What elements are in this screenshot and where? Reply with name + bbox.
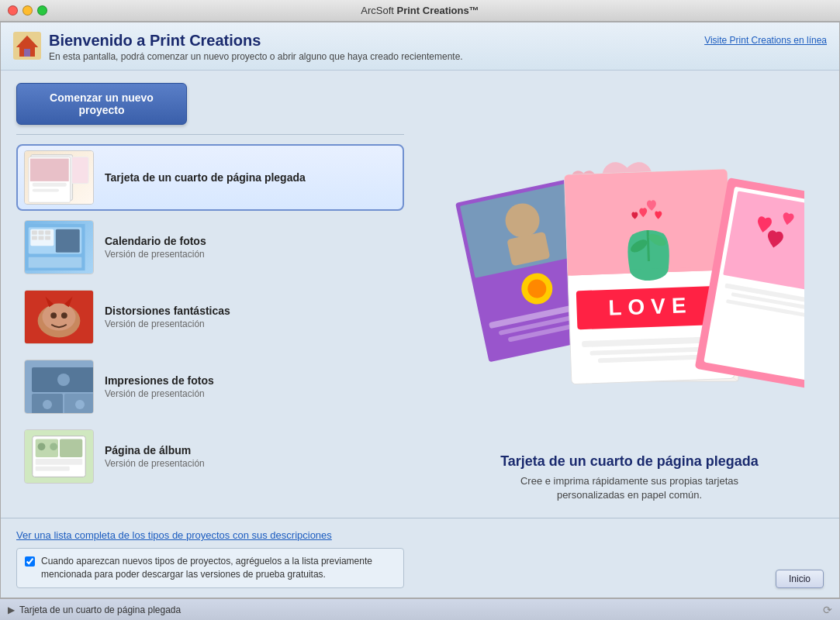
thumb-card-visual [25,151,93,204]
svg-point-24 [50,312,57,319]
svg-point-33 [43,400,52,409]
preview-illustration: LOVE [455,141,804,389]
svg-rect-8 [33,189,59,192]
header: Bienvenido a Print Creations En esta pan… [1,22,839,71]
project-version-calendar: Versión de presentación [105,249,206,260]
statusbar-indicator: ⟳ [823,604,832,616]
project-name-photos: Impresiones de fotos [105,374,214,387]
inicio-button[interactable]: Inicio [776,570,824,588]
thumb-photos-visual [25,360,93,413]
project-version-photos: Versión de presentación [105,388,214,399]
project-name-distort: Distorsiones fantásticas [105,305,230,317]
right-panel: LOVE [420,71,839,518]
svg-rect-9 [72,157,89,184]
svg-rect-6 [30,159,69,181]
project-item-card[interactable]: Tarjeta de un cuarto de página plegada [16,144,404,211]
svg-rect-13 [32,231,37,235]
project-item-photos[interactable]: Impresiones de fotos Versión de presenta… [16,353,404,420]
new-project-button[interactable]: Comenzar un nuevo proyecto [16,83,187,125]
project-thumb-album [24,429,94,484]
svg-rect-39 [36,459,83,465]
minimize-button[interactable] [22,5,33,16]
svg-point-25 [61,312,67,319]
statusbar-label: Tarjeta de un cuarto de página plegada [19,604,181,615]
svg-rect-18 [45,236,50,239]
svg-rect-14 [39,231,44,235]
maximize-button[interactable] [37,5,47,16]
project-name-album: Página de álbum [105,444,205,456]
svg-point-42 [50,443,57,450]
svg-point-34 [75,400,85,409]
preview-title: Tarjeta de un cuarto de página plegada [500,453,759,470]
project-version-album: Versión de presentación [105,458,205,469]
thumb-album-visual [25,430,93,483]
statusbar-content: ▶ Tarjeta de un cuarto de página plegada [8,604,181,615]
checkbox-row: Cuando aparezcan nuevos tipos de proyect… [16,548,404,588]
svg-rect-17 [45,231,50,235]
project-info-card: Tarjeta de un cuarto de página plegada [105,171,306,184]
full-list-link[interactable]: Ver una lista completa de los tipos de p… [16,529,332,541]
project-info-album: Página de álbum Versión de presentación [105,444,205,469]
statusbar-arrow-icon: ▶ [8,604,15,615]
checkbox-label: Cuando aparezcan nuevos tipos de proyect… [41,555,396,581]
bottom-area: Ver una lista completa de los tipos de p… [1,518,839,598]
svg-rect-7 [33,183,67,187]
svg-rect-2 [24,49,30,57]
project-name-card: Tarjeta de un cuarto de página plegada [105,171,306,184]
svg-rect-16 [39,236,44,239]
divider [16,134,404,135]
content-area: Comenzar un nuevo proyecto [1,71,839,518]
bottom-row: Ver una lista completa de los tipos de p… [16,528,824,588]
preview-area: LOVE [435,86,824,444]
close-button[interactable] [8,5,18,16]
svg-rect-40 [36,467,70,471]
window-controls [8,5,47,16]
project-list: Tarjeta de un cuarto de página plegada [16,144,404,490]
project-item-distort[interactable]: Distorsiones fantásticas Versión de pres… [16,284,404,350]
project-version-distort: Versión de presentación [105,319,230,329]
header-left: Bienvenido a Print Creations En esta pan… [13,32,463,62]
svg-line-60 [648,230,648,261]
titlebar-title: ArcSoft Print Creations™ [361,5,479,16]
project-info-distort: Distorsiones fantásticas Versión de pres… [105,305,230,329]
svg-rect-19 [56,229,80,253]
project-thumb-card [24,150,94,205]
main-window: Bienvenido a Print Creations En esta pan… [0,22,840,598]
thumb-calendar-visual [25,221,93,274]
header-text: Bienvenido a Print Creations En esta pan… [49,32,463,62]
page-subtitle: En esta pantalla, podrá comenzar un nuev… [49,51,463,62]
statusbar: ▶ Tarjeta de un cuarto de página plegada… [0,598,840,620]
project-item-calendar[interactable]: Calendario de fotos Versión de presentac… [16,214,404,281]
left-panel: Comenzar un nuevo proyecto [1,71,420,518]
project-thumb-distort [24,290,94,344]
titlebar-appname: Print Creations [397,5,469,16]
bottom-left: Ver una lista completa de los tipos de p… [16,528,404,588]
titlebar: ArcSoft Print Creations™ [0,0,840,22]
svg-point-41 [38,443,46,450]
auto-add-checkbox[interactable] [25,556,35,567]
project-item-album[interactable]: Página de álbum Versión de presentación [16,423,404,490]
project-info-calendar: Calendario de fotos Versión de presentac… [105,235,206,260]
svg-rect-15 [32,236,37,239]
svg-rect-20 [29,257,82,268]
preview-description: Cree e imprima rápidamente sus propias t… [513,474,746,502]
project-thumb-photos [24,360,94,414]
svg-point-32 [57,374,70,386]
thumb-distort-visual [25,291,93,343]
project-info-photos: Impresiones de fotos Versión de presenta… [105,374,214,399]
home-icon [13,32,41,60]
project-name-calendar: Calendario de fotos [105,235,206,247]
page-title: Bienvenido a Print Creations [49,32,463,50]
visit-link[interactable]: Visite Print Creations en línea [704,35,827,46]
svg-text:LOVE: LOVE [607,293,692,320]
project-thumb-calendar [24,220,94,274]
svg-rect-38 [60,439,82,457]
